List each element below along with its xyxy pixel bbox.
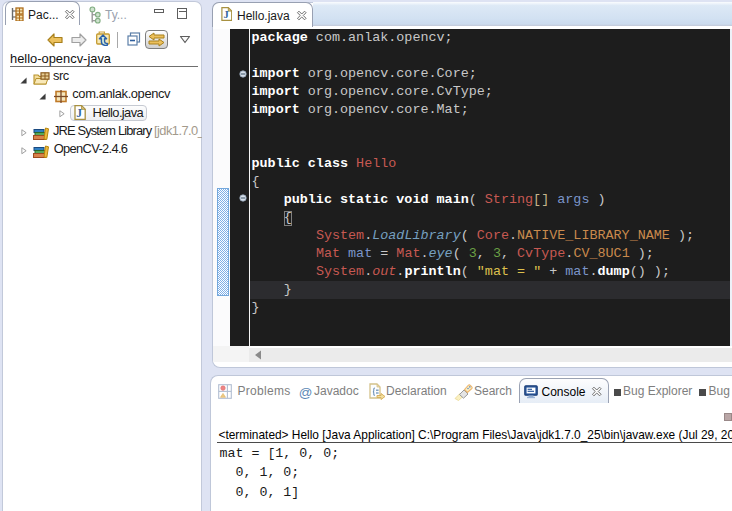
svg-text:J: J	[223, 9, 228, 20]
svg-text:J: J	[76, 107, 82, 119]
